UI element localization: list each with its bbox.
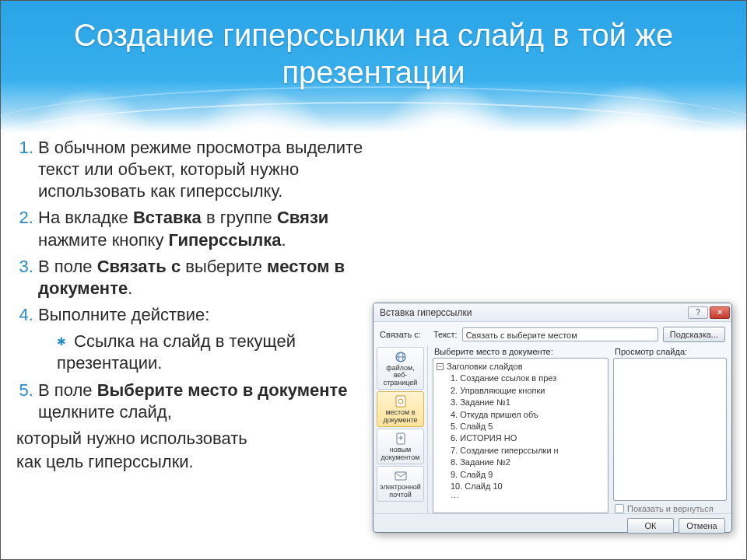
slide-body: В обычном режиме просмотра выделите текс… <box>9 137 366 473</box>
step-3: В поле Связать с выберите местом в докум… <box>38 256 366 299</box>
tree-item[interactable]: 7. Создание гиперссылки н <box>451 445 605 457</box>
tree-item[interactable]: 1. Создание ссылок в през <box>451 373 605 384</box>
mail-icon <box>393 470 409 482</box>
slide: Создание гиперссылки на слайд в той же п… <box>0 0 747 560</box>
link-type-sidebar: файлом, веб-страницей местом в документе… <box>374 345 428 513</box>
document-target-icon <box>393 395 409 408</box>
new-document-icon <box>393 432 409 445</box>
sidebar-file-web[interactable]: файлом, веб-страницей <box>377 347 424 390</box>
svg-rect-3 <box>396 396 405 407</box>
preview-label: Просмотр слайда: <box>615 347 727 356</box>
sidebar-place-in-doc[interactable]: местом в документе <box>377 391 424 427</box>
sidebar-new-doc[interactable]: новым документом <box>377 429 424 464</box>
document-tree[interactable]: − Заголовки слайдов 1. Создание ссылок в… <box>433 358 608 513</box>
tree-item[interactable]: 3. Задание №1 <box>451 397 605 408</box>
hint-button[interactable]: Подсказка... <box>663 327 725 342</box>
tree-item[interactable]: 5. Слайд 5 <box>451 421 605 432</box>
tree-item[interactable]: 8. Задание №2 <box>451 457 605 468</box>
step-2: На вкладке Вставка в группе Связи нажмит… <box>38 207 366 250</box>
dialog-title: Вставка гиперссылки <box>380 307 472 318</box>
slide-preview <box>613 358 727 501</box>
tree-item[interactable]: 6. ИСТОРИЯ НО <box>451 432 605 444</box>
text-input[interactable]: Связать с выберите местом <box>462 327 658 341</box>
step-1: В обычном режиме просмотра выделите текс… <box>38 137 366 202</box>
help-button[interactable]: ? <box>688 306 708 319</box>
tree-root-label: Заголовки слайдов <box>447 361 523 373</box>
tree-item[interactable]: 10. Слайд 10 <box>451 481 605 492</box>
select-place-label: Выберите место в документе: <box>434 347 608 356</box>
tail-line-2: как цель гиперссылки. <box>9 451 366 473</box>
sidebar-email[interactable]: электронной почтой <box>377 466 424 502</box>
globe-icon <box>393 351 409 363</box>
tree-item[interactable]: 9. Слайд 9 <box>451 469 605 481</box>
close-button[interactable]: ✕ <box>710 306 730 319</box>
tree-more: ⋯ <box>437 492 605 504</box>
tail-line-1: который нужно использовать <box>9 428 366 450</box>
link-with-label: Связать с: <box>380 330 421 339</box>
step-4: Выполните действие: Ссылка на слайд в те… <box>38 304 366 374</box>
svg-rect-6 <box>395 472 406 480</box>
text-label: Текст: <box>433 330 458 339</box>
step-1-text: В обычном режиме просмотра выделите текс… <box>38 138 363 201</box>
step-4-sub: Ссылка на слайд в текущей презентации. <box>57 331 366 374</box>
cancel-button[interactable]: Отмена <box>679 518 725 534</box>
ok-button[interactable]: ОК <box>627 518 674 534</box>
tree-item[interactable]: 4. Откуда пришел объ <box>451 409 605 421</box>
show-and-return-checkbox[interactable]: Показать и вернуться <box>613 501 727 513</box>
dialog-insert-hyperlink: Вставка гиперссылки ? ✕ Связать с: Текст… <box>373 303 732 533</box>
checkbox-icon <box>615 504 624 513</box>
tree-item[interactable]: 2. Управляющие кнопки <box>451 385 605 397</box>
dialog-titlebar[interactable]: Вставка гиперссылки ? ✕ <box>374 303 731 322</box>
step-5: В поле Выберите место в документе щелкни… <box>38 380 366 423</box>
slide-title: Создание гиперссылки на слайд в той же п… <box>1 16 746 91</box>
collapse-icon[interactable]: − <box>437 363 444 370</box>
